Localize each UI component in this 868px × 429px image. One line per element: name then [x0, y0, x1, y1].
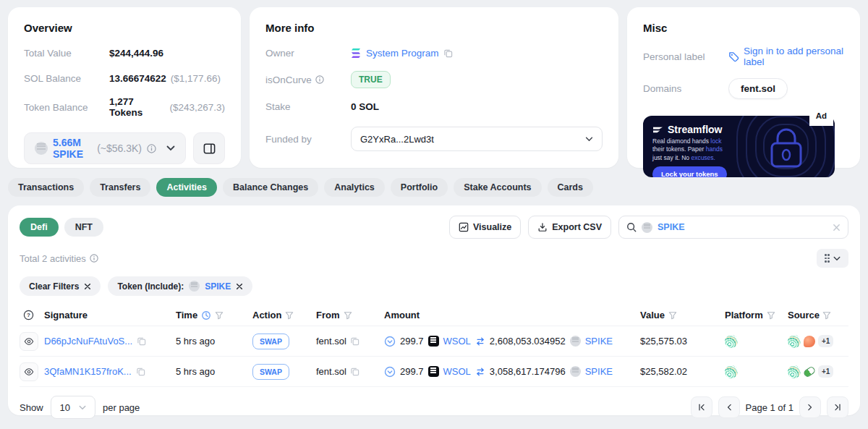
token-filter-value: SPIKE: [205, 281, 231, 292]
action-badge[interactable]: SWAP: [252, 334, 289, 349]
tab-analytics[interactable]: Analytics: [324, 178, 385, 197]
domain-pill[interactable]: fent.sol: [728, 78, 788, 99]
filter-icon[interactable]: [767, 311, 775, 320]
more-sources-badge[interactable]: +1: [818, 365, 833, 378]
total-value: $244,444.96: [109, 48, 163, 59]
tab-balance-changes[interactable]: Balance Changes: [223, 178, 318, 197]
platform-icon[interactable]: [725, 365, 738, 378]
summary-cards: Overview Total Value $244,444.96 SOL Bal…: [0, 0, 868, 168]
isoncurve-badge: TRUE: [351, 71, 391, 88]
solana-logo-icon: [351, 48, 362, 58]
amount-in: 299.7: [400, 366, 424, 377]
funded-by-label: Funded by: [265, 134, 351, 145]
token-out-link[interactable]: SPIKE: [585, 366, 613, 377]
prev-page-button[interactable]: [718, 396, 740, 418]
nft-toggle[interactable]: NFT: [64, 218, 103, 237]
tab-activities[interactable]: Activities: [156, 178, 217, 197]
close-icon[interactable]: [84, 283, 91, 290]
close-icon[interactable]: [236, 283, 243, 290]
clear-search-icon[interactable]: [833, 224, 841, 232]
preview-eye-button[interactable]: [20, 332, 38, 351]
copy-icon[interactable]: [350, 367, 359, 376]
value-cell: $25,582.02: [640, 366, 725, 377]
from-address[interactable]: fent.sol: [316, 366, 346, 377]
last-page-button[interactable]: [827, 396, 848, 418]
export-csv-button[interactable]: Export CSV: [528, 216, 611, 239]
preview-eye-button[interactable]: [20, 362, 38, 381]
defi-toggle[interactable]: Defi: [20, 218, 59, 237]
copy-icon[interactable]: [443, 48, 453, 58]
time-cell: 5 hrs ago: [176, 366, 252, 377]
from-address[interactable]: fent.sol: [316, 336, 346, 347]
visualize-button[interactable]: Visualize: [449, 216, 521, 239]
tab-cards[interactable]: Cards: [548, 178, 593, 197]
more-sources-badge[interactable]: +1: [818, 335, 833, 347]
action-badge[interactable]: SWAP: [252, 364, 289, 380]
expand-circle-icon[interactable]: [384, 336, 396, 347]
source-icon-orange[interactable]: [804, 336, 815, 347]
filter-icon[interactable]: [822, 311, 831, 320]
col-signature: Signature: [44, 310, 176, 320]
tab-transactions[interactable]: Transactions: [8, 178, 84, 197]
token-holdings-dropdown[interactable]: 5.66M SPIKE (~$56.3K): [24, 132, 186, 164]
tab-stake-accounts[interactable]: Stake Accounts: [454, 178, 541, 197]
token-in-link[interactable]: WSOL: [443, 336, 471, 347]
wsol-token-icon: [428, 366, 439, 377]
token-filter-chip[interactable]: Token (Include): SPIKE: [108, 276, 252, 296]
col-time: Time: [176, 310, 197, 320]
funded-by-dropdown[interactable]: G2YxRa...2Lwd3t: [351, 127, 603, 151]
ad-copy: Real diamond hands lock their tokens. Pa…: [652, 137, 825, 162]
source-icon[interactable]: [788, 335, 801, 348]
total-value-row: Total Value $244,444.96: [24, 46, 225, 60]
clear-filters-chip[interactable]: Clear Filters: [20, 276, 101, 296]
tab-transfers[interactable]: Transfers: [90, 178, 150, 197]
token-balance-row: Token Balance 1,277 Tokens ($243,267.3): [24, 96, 225, 118]
sol-balance-label: SOL Balance: [24, 73, 109, 84]
amount-out: 3,058,617.174796: [490, 366, 566, 377]
sol-balance-row: SOL Balance 13.66674622 ($1,177.66): [24, 71, 225, 85]
col-platform: Platform: [725, 310, 763, 320]
platform-icon[interactable]: [725, 335, 738, 348]
filter-icon[interactable]: [344, 311, 352, 320]
sign-in-link[interactable]: Sign in to add personal label: [744, 46, 844, 67]
search-value: SPIKE: [658, 222, 827, 232]
tab-portfolio[interactable]: Portfolio: [391, 178, 448, 197]
sol-balance: 13.66674622: [109, 73, 166, 84]
isoncurve-label: isOnCurve: [265, 75, 312, 85]
ad-cta-button[interactable]: Lock your tokens: [652, 166, 727, 177]
filter-icon[interactable]: [668, 311, 677, 320]
source-icon-pill[interactable]: [803, 365, 817, 378]
info-icon: [315, 75, 324, 84]
copy-icon[interactable]: [350, 336, 359, 346]
signature-link[interactable]: D66pJcNuFAtuVoS...: [44, 336, 132, 347]
info-icon: [90, 254, 98, 263]
signature-link[interactable]: 3QfaMN1K157froK...: [44, 366, 132, 377]
columns-config-button[interactable]: [817, 249, 848, 268]
spike-token-icon: [570, 366, 581, 377]
info-icon: [147, 144, 156, 153]
expand-circle-icon[interactable]: [384, 366, 396, 378]
help-icon: ?: [20, 310, 44, 320]
token-in-link[interactable]: WSOL: [443, 366, 471, 377]
first-page-button[interactable]: [691, 396, 712, 418]
spike-token-icon: [35, 142, 48, 155]
token-out-link[interactable]: SPIKE: [585, 336, 613, 347]
streamflow-ad[interactable]: Streamflow Real diamond hands lock their…: [643, 116, 835, 177]
next-page-button[interactable]: [799, 396, 821, 418]
owner-link[interactable]: System Program: [366, 48, 439, 59]
col-source: Source: [788, 310, 820, 320]
portfolio-view-button[interactable]: [193, 132, 225, 164]
more-info-card: More info Owner System Program isOnCurve: [250, 7, 618, 168]
swap-arrows-icon: [475, 337, 485, 346]
search-input[interactable]: SPIKE: [618, 216, 848, 239]
page-size-select[interactable]: 10: [51, 396, 95, 419]
filter-icon[interactable]: [285, 311, 294, 320]
source-icon[interactable]: [788, 365, 801, 378]
filter-icon[interactable]: [215, 311, 224, 320]
svg-text:?: ?: [27, 312, 30, 318]
total-value-label: Total Value: [24, 48, 109, 59]
clock-icon[interactable]: [201, 310, 211, 320]
token-holdings-usd: (~$56.3K): [97, 143, 142, 154]
copy-icon[interactable]: [137, 336, 146, 346]
copy-icon[interactable]: [136, 367, 145, 376]
